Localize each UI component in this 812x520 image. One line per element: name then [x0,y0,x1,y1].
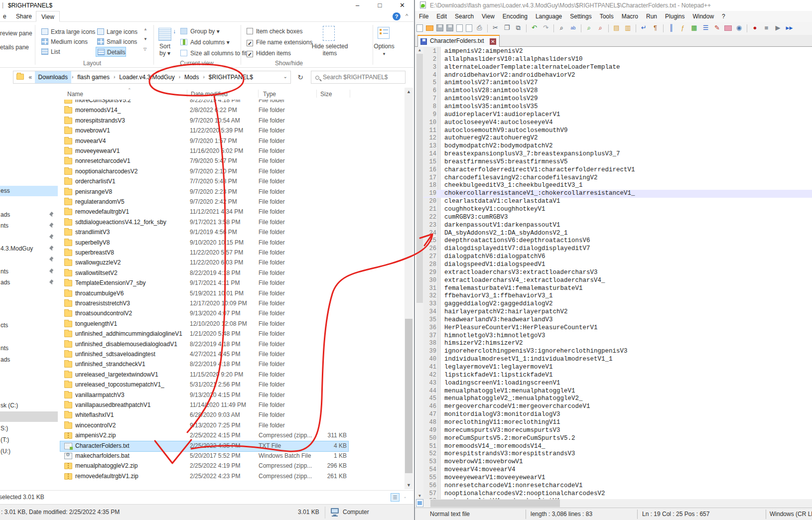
crumbs-collapsed-icon[interactable]: « [28,71,32,83]
details-pane-button[interactable]: etails pane [0,44,29,51]
redo-icon[interactable]: ↷ [541,24,550,32]
menu-language[interactable]: Language [532,11,566,22]
word-wrap-icon[interactable]: ↵ [640,24,648,32]
folder-workspace-icon[interactable] [724,25,732,31]
text-line[interactable]: 1aimpenisV2:aimpenisV2 [423,48,812,56]
text-line[interactable]: 23darkenpassoutV1:darkenpassoutV1 [423,222,812,230]
preview-pane-button[interactable]: review pane [0,30,32,37]
sidebar-item-nts[interactable]: nts [0,266,58,277]
file-name[interactable]: vanillapausedbreathpatchV1 [75,401,190,408]
line-text[interactable]: individualmodresetV1_1:individualmodrese… [444,356,613,363]
layout-option-medium-icons[interactable]: Medium icons [40,37,88,47]
file-row[interactable]: moveeyewearV111/16/2020 5:02 PMFile fold… [60,146,348,156]
text-line[interactable]: 55moveeyewearV1:moveeyewearV1 [423,474,812,482]
ribbon-button-size-all-columns-to-fit[interactable]: Size all columns to fit [180,50,247,57]
line-text[interactable]: moveearV4:moveearV4 [444,466,516,473]
line-text[interactable]: bodymodpatchV2:bodymodpatchV2 [444,142,553,149]
file-row[interactable]: whiteflashxIV16/28/2020 9:03 AMFile fold… [60,410,348,420]
file-row[interactable]: nonresetcharcodeV17/9/2020 5:47 PMFile f… [60,156,348,166]
checkbox-item-check-boxes[interactable]: Item check boxes [247,28,302,35]
text-line[interactable]: 4androidbehaviorV2:androidbehaviorV2 [423,72,812,80]
line-text[interactable]: himsizerV2:himsizerV2 [444,340,523,347]
text-line[interactable]: 7animtoolsV29:animtoolsV29 [423,95,812,103]
line-text[interactable]: hairlayerpatchV2:hairlayerpatchV2 [444,308,568,315]
text-line[interactable]: 47monitordialogV3:monitordialogV3 [423,411,812,419]
view-eye-icon[interactable]: ◉ [735,24,743,32]
file-row[interactable]: unfinished_disablemousedialogloadV18/22/… [60,340,348,350]
line-text[interactable]: dialogspeedV1:dialogspeedV1 [444,261,545,268]
menu-macro[interactable]: Macro [618,11,642,22]
file-row[interactable]: throatcumbulgeV65/19/2021 10:01 PMFile f… [60,289,348,299]
line-text[interactable]: ffbehaviorV3_1:ffbehaviorV3_1 [444,292,553,299]
line-text[interactable]: clearlastdataV1:clearlastdataV1 [444,198,560,205]
column-header-size[interactable]: Size [320,91,332,98]
file-row[interactable]: moremoodsV14_2/8/2022 6:22 PMFile folder [60,106,348,116]
sidebar-item-ads[interactable]: ads [0,210,58,220]
doc-switcher-icon[interactable] [416,499,423,507]
close-button[interactable]: ✕ [391,0,413,11]
text-line[interactable]: 36HerPleasureCounterV1:HerPleasureCounte… [423,324,812,332]
explorer-vertical-scrollbar[interactable]: ▲ ▼ [405,88,413,489]
undo-icon[interactable]: ↶ [530,24,539,32]
open-folder-icon[interactable] [426,25,433,31]
sidebar-item-T[interactable]: (T:) [0,435,58,445]
text-line[interactable]: 32ffbehaviorV3_1:ffbehaviorV3_1 [423,292,812,300]
file-name[interactable]: TemplateExtensionV7_sby [75,279,190,286]
file-name[interactable]: superbreastV8 [75,249,190,256]
file-row[interactable]: removedefaultrgbV111/12/2021 4:34 PMFile… [60,207,348,217]
file-name[interactable]: menualphatoggleV2.zip [75,462,190,469]
file-name[interactable]: movebrowV1 [75,127,190,134]
file-row[interactable]: menualphatoggleV2.zip2/25/2022 4:19 PMCo… [60,461,348,471]
indent-guide-icon[interactable]: ║ [667,24,676,32]
layout-option-small-icons[interactable]: Small icons [96,37,137,47]
file-name[interactable]: moveearV4 [75,137,190,144]
line-text[interactable]: mergeovercharcodeV1:mergeovercharcodeV1 [444,403,590,410]
save-icon[interactable] [436,24,443,31]
close-all-icon[interactable] [466,24,472,32]
text-line[interactable]: 37himnotletgoV3:himnotletgoV3 [423,332,812,340]
scrollbar-thumb[interactable] [405,319,412,473]
breadcrumb-item[interactable]: $RIGHTPANEL$ [205,71,257,83]
search-input[interactable]: Search $RIGHTPANEL$ [311,71,406,84]
hide-selected-items-icon[interactable] [323,26,335,41]
address-dropdown-icon[interactable]: ⌄ [283,74,287,79]
npp-titlebar[interactable]: E:\Downloads\flash games\Loader.v4.3.Mod… [415,0,812,11]
options-icon[interactable] [378,27,390,39]
line-text[interactable]: autoclosemouthV9:autoclosemouthV9 [444,127,568,134]
line-text[interactable]: menualphatoggleV2_:menualphatoggleV2_ [444,395,583,402]
text-line[interactable]: 52morespitstrandsV3:morespitstrandsV3 [423,450,812,458]
file-row[interactable]: regulaterandomV59/7/2020 2:42 PMFile fol… [60,197,348,207]
text-line[interactable]: 19chokercollarresistanceV1_:chokercollar… [423,190,812,198]
stop-macro-icon[interactable]: ■ [762,24,771,32]
text-line[interactable]: 42lipstickfadeV1:lipstickfadeV1 [423,372,812,380]
line-text[interactable]: himnotletgoV3:himnotletgoV3 [444,332,545,339]
replace-icon[interactable]: ab [569,24,577,32]
text-line[interactable]: 12autohueregV2:autohueregV2 [423,134,812,142]
file-name[interactable]: strandlimitV3 [75,229,190,236]
scrollbar-thumb[interactable] [416,54,423,303]
line-text[interactable]: alternateLoaderTemplate:alternateLoaderT… [444,64,620,71]
file-name[interactable]: tonguelengthV1 [75,320,190,327]
scroll-down-icon[interactable]: ▼ [416,493,423,499]
text-line[interactable]: 24DA_sbyAddonsV2_1:DA_sbyAddonsV2_1 [423,230,812,238]
file-name[interactable]: unfinished_addhimcummingdialoglineV1 [75,330,190,337]
file-row[interactable]: moveearV49/7/2020 1:57 PMFile folder [60,136,348,146]
line-text[interactable]: extractloadercharsV3:extractloadercharsV… [444,269,598,276]
text-line[interactable]: 15breastfirmnessV5:breastfirmnessV5 [423,158,812,166]
doc-map-icon[interactable]: ▦ [690,24,698,32]
file-name[interactable]: makecharfolders.bat [75,452,190,459]
file-name[interactable]: morespitstrandsV3 [75,117,190,124]
maximize-button[interactable]: □ [369,0,391,11]
text-line[interactable]: 20clearlastdataV1:clearlastdataV1 [423,198,812,206]
menu-window[interactable]: Window [688,11,718,22]
text-line[interactable]: 35headwearlandV3:headwearlandV3 [423,316,812,324]
file-row[interactable]: removedefaultrgbV1.zip2/25/2022 4:23 PMC… [60,472,348,482]
tab-view[interactable]: View [36,11,60,22]
edit-marker-icon[interactable]: ✎ [713,24,721,32]
file-name[interactable]: moremoodsV14_ [75,107,190,114]
checked-checkbox-icon[interactable]: ✓ [247,40,253,46]
text-line[interactable]: 53movebrowV1:movebrowV1 [423,458,812,466]
sidebar-item-cts[interactable]: cts [0,320,58,331]
file-name[interactable]: swallowtiltsetV2 [75,269,190,276]
save-all-icon[interactable] [446,24,453,31]
